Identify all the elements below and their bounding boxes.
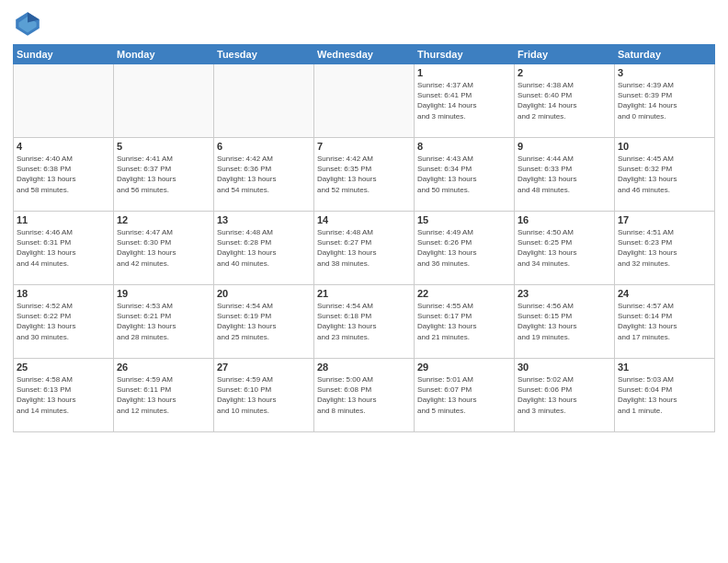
header-cell-thursday: Thursday bbox=[415, 45, 515, 64]
day-cell: 6Sunrise: 4:42 AM Sunset: 6:36 PM Daylig… bbox=[214, 138, 314, 212]
day-cell: 16Sunrise: 4:50 AM Sunset: 6:25 PM Dayli… bbox=[515, 212, 615, 285]
day-cell: 11Sunrise: 4:46 AM Sunset: 6:31 PM Dayli… bbox=[14, 212, 114, 285]
day-cell: 13Sunrise: 4:48 AM Sunset: 6:28 PM Dayli… bbox=[214, 212, 314, 285]
day-info: Sunrise: 4:42 AM Sunset: 6:35 PM Dayligh… bbox=[317, 154, 411, 195]
logo bbox=[13, 9, 46, 39]
day-info: Sunrise: 4:54 AM Sunset: 6:18 PM Dayligh… bbox=[317, 301, 411, 342]
day-info: Sunrise: 5:01 AM Sunset: 6:07 PM Dayligh… bbox=[417, 374, 511, 416]
header-cell-sunday: Sunday bbox=[14, 45, 114, 64]
day-number: 10 bbox=[618, 141, 711, 152]
day-info: Sunrise: 5:03 AM Sunset: 6:04 PM Dayligh… bbox=[618, 374, 711, 416]
day-cell: 20Sunrise: 4:54 AM Sunset: 6:19 PM Dayli… bbox=[214, 285, 314, 359]
day-number: 22 bbox=[417, 288, 511, 299]
day-number: 28 bbox=[317, 362, 411, 373]
day-number: 7 bbox=[317, 141, 411, 152]
day-info: Sunrise: 4:59 AM Sunset: 6:11 PM Dayligh… bbox=[117, 374, 210, 416]
day-number: 1 bbox=[417, 67, 511, 78]
day-info: Sunrise: 4:44 AM Sunset: 6:33 PM Dayligh… bbox=[518, 154, 611, 195]
day-info: Sunrise: 4:52 AM Sunset: 6:22 PM Dayligh… bbox=[17, 301, 110, 342]
day-cell: 24Sunrise: 4:57 AM Sunset: 6:14 PM Dayli… bbox=[615, 285, 715, 359]
day-cell: 14Sunrise: 4:48 AM Sunset: 6:27 PM Dayli… bbox=[314, 212, 415, 285]
day-cell: 2Sunrise: 4:38 AM Sunset: 6:40 PM Daylig… bbox=[515, 64, 615, 138]
calendar-table: SundayMondayTuesdayWednesdayThursdayFrid… bbox=[13, 44, 715, 432]
day-info: Sunrise: 4:50 AM Sunset: 6:25 PM Dayligh… bbox=[518, 227, 611, 269]
day-cell: 8Sunrise: 4:43 AM Sunset: 6:34 PM Daylig… bbox=[415, 138, 515, 212]
day-cell: 29Sunrise: 5:01 AM Sunset: 6:07 PM Dayli… bbox=[415, 359, 515, 432]
header-cell-tuesday: Tuesday bbox=[214, 45, 314, 64]
day-info: Sunrise: 4:38 AM Sunset: 6:40 PM Dayligh… bbox=[518, 80, 611, 121]
day-info: Sunrise: 4:48 AM Sunset: 6:27 PM Dayligh… bbox=[317, 227, 411, 269]
day-info: Sunrise: 4:37 AM Sunset: 6:41 PM Dayligh… bbox=[417, 80, 511, 121]
day-info: Sunrise: 4:59 AM Sunset: 6:10 PM Dayligh… bbox=[217, 374, 311, 416]
day-info: Sunrise: 4:53 AM Sunset: 6:21 PM Dayligh… bbox=[117, 301, 210, 342]
day-cell bbox=[114, 64, 214, 138]
day-cell: 26Sunrise: 4:59 AM Sunset: 6:11 PM Dayli… bbox=[114, 359, 214, 432]
day-info: Sunrise: 4:41 AM Sunset: 6:37 PM Dayligh… bbox=[117, 154, 210, 195]
header bbox=[13, 9, 715, 39]
day-cell: 27Sunrise: 4:59 AM Sunset: 6:10 PM Dayli… bbox=[214, 359, 314, 432]
day-info: Sunrise: 4:48 AM Sunset: 6:28 PM Dayligh… bbox=[217, 227, 311, 269]
day-number: 29 bbox=[417, 362, 511, 373]
day-number: 6 bbox=[217, 141, 311, 152]
day-number: 31 bbox=[618, 362, 711, 373]
day-number: 9 bbox=[518, 141, 611, 152]
day-cell: 1Sunrise: 4:37 AM Sunset: 6:41 PM Daylig… bbox=[415, 64, 515, 138]
day-info: Sunrise: 4:46 AM Sunset: 6:31 PM Dayligh… bbox=[17, 227, 110, 269]
day-cell bbox=[14, 64, 114, 138]
logo-icon bbox=[13, 9, 42, 39]
day-cell: 28Sunrise: 5:00 AM Sunset: 6:08 PM Dayli… bbox=[314, 359, 415, 432]
day-info: Sunrise: 4:39 AM Sunset: 6:39 PM Dayligh… bbox=[618, 80, 711, 121]
day-cell: 12Sunrise: 4:47 AM Sunset: 6:30 PM Dayli… bbox=[114, 212, 214, 285]
day-number: 5 bbox=[117, 141, 210, 152]
day-number: 24 bbox=[618, 288, 711, 299]
day-number: 26 bbox=[117, 362, 210, 373]
day-cell: 21Sunrise: 4:54 AM Sunset: 6:18 PM Dayli… bbox=[314, 285, 415, 359]
day-number: 11 bbox=[17, 214, 110, 225]
day-info: Sunrise: 4:49 AM Sunset: 6:26 PM Dayligh… bbox=[417, 227, 511, 269]
day-cell: 19Sunrise: 4:53 AM Sunset: 6:21 PM Dayli… bbox=[114, 285, 214, 359]
day-cell: 30Sunrise: 5:02 AM Sunset: 6:06 PM Dayli… bbox=[515, 359, 615, 432]
week-row-4: 18Sunrise: 4:52 AM Sunset: 6:22 PM Dayli… bbox=[14, 285, 715, 359]
header-cell-friday: Friday bbox=[515, 45, 615, 64]
day-number: 15 bbox=[417, 214, 511, 225]
week-row-2: 4Sunrise: 4:40 AM Sunset: 6:38 PM Daylig… bbox=[14, 138, 715, 212]
day-cell: 25Sunrise: 4:58 AM Sunset: 6:13 PM Dayli… bbox=[14, 359, 114, 432]
day-cell: 31Sunrise: 5:03 AM Sunset: 6:04 PM Dayli… bbox=[615, 359, 715, 432]
page: SundayMondayTuesdayWednesdayThursdayFrid… bbox=[0, 0, 728, 563]
day-info: Sunrise: 4:47 AM Sunset: 6:30 PM Dayligh… bbox=[117, 227, 210, 269]
day-number: 12 bbox=[117, 214, 210, 225]
header-cell-saturday: Saturday bbox=[615, 45, 715, 64]
day-info: Sunrise: 4:56 AM Sunset: 6:15 PM Dayligh… bbox=[518, 301, 611, 342]
day-number: 21 bbox=[317, 288, 411, 299]
day-number: 13 bbox=[217, 214, 311, 225]
day-info: Sunrise: 4:42 AM Sunset: 6:36 PM Dayligh… bbox=[217, 154, 311, 195]
day-info: Sunrise: 4:54 AM Sunset: 6:19 PM Dayligh… bbox=[217, 301, 311, 342]
day-cell: 18Sunrise: 4:52 AM Sunset: 6:22 PM Dayli… bbox=[14, 285, 114, 359]
day-number: 20 bbox=[217, 288, 311, 299]
day-number: 23 bbox=[518, 288, 611, 299]
day-number: 19 bbox=[117, 288, 210, 299]
day-number: 25 bbox=[17, 362, 110, 373]
day-number: 30 bbox=[518, 362, 611, 373]
day-cell: 10Sunrise: 4:45 AM Sunset: 6:32 PM Dayli… bbox=[615, 138, 715, 212]
week-row-5: 25Sunrise: 4:58 AM Sunset: 6:13 PM Dayli… bbox=[14, 359, 715, 432]
day-cell: 7Sunrise: 4:42 AM Sunset: 6:35 PM Daylig… bbox=[314, 138, 415, 212]
day-number: 17 bbox=[618, 214, 711, 225]
day-info: Sunrise: 4:40 AM Sunset: 6:38 PM Dayligh… bbox=[17, 154, 110, 195]
header-cell-wednesday: Wednesday bbox=[314, 45, 415, 64]
day-number: 4 bbox=[17, 141, 110, 152]
day-number: 27 bbox=[217, 362, 311, 373]
day-cell bbox=[214, 64, 314, 138]
day-cell: 23Sunrise: 4:56 AM Sunset: 6:15 PM Dayli… bbox=[515, 285, 615, 359]
header-row: SundayMondayTuesdayWednesdayThursdayFrid… bbox=[14, 45, 715, 64]
week-row-3: 11Sunrise: 4:46 AM Sunset: 6:31 PM Dayli… bbox=[14, 212, 715, 285]
week-row-1: 1Sunrise: 4:37 AM Sunset: 6:41 PM Daylig… bbox=[14, 64, 715, 138]
day-number: 14 bbox=[317, 214, 411, 225]
day-cell: 15Sunrise: 4:49 AM Sunset: 6:26 PM Dayli… bbox=[415, 212, 515, 285]
day-cell: 9Sunrise: 4:44 AM Sunset: 6:33 PM Daylig… bbox=[515, 138, 615, 212]
day-number: 8 bbox=[417, 141, 511, 152]
day-info: Sunrise: 4:58 AM Sunset: 6:13 PM Dayligh… bbox=[17, 374, 110, 416]
day-cell: 3Sunrise: 4:39 AM Sunset: 6:39 PM Daylig… bbox=[615, 64, 715, 138]
day-cell: 17Sunrise: 4:51 AM Sunset: 6:23 PM Dayli… bbox=[615, 212, 715, 285]
day-number: 2 bbox=[518, 67, 611, 78]
